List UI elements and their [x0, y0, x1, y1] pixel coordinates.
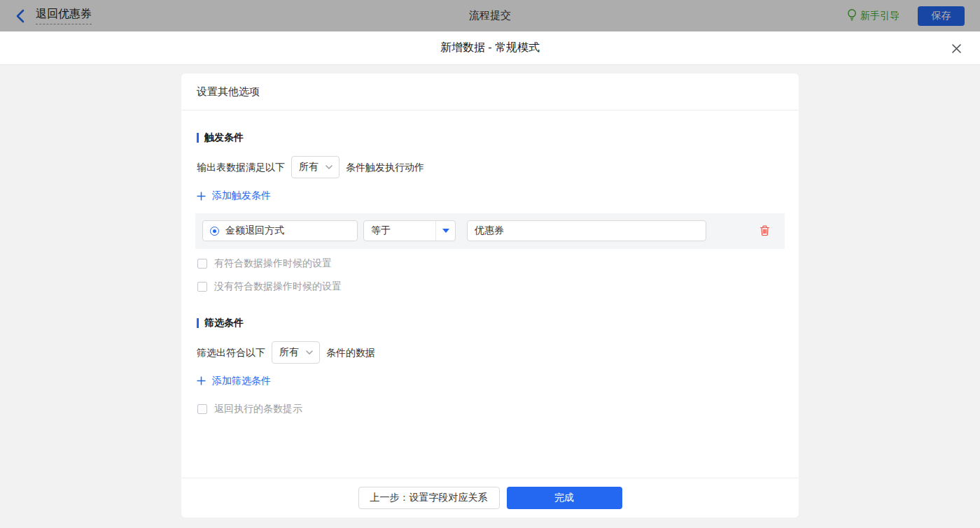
modal-dim-overlay [0, 0, 980, 31]
plus-icon [197, 192, 206, 201]
checkbox-icon[interactable] [197, 282, 207, 292]
chevron-down-icon [306, 350, 313, 355]
close-icon[interactable] [949, 41, 963, 55]
checkbox-icon[interactable] [197, 259, 207, 269]
options-card: 设置其他选项 触发条件 输出表数据满足以下 所有 条件触发执行动作 添加触发条件 [181, 73, 799, 518]
checkbox-count-tip[interactable]: 返回执行的条数提示 [197, 403, 783, 415]
filter-sentence: 筛选出符合以下 所有 条件的数据 [197, 341, 783, 364]
plus-icon [197, 376, 206, 385]
add-trigger-condition-link[interactable]: 添加触发条件 [197, 190, 271, 202]
caret-down-icon [442, 229, 449, 233]
card-header: 设置其他选项 [181, 73, 799, 110]
modal-body: 设置其他选项 触发条件 输出表数据满足以下 所有 条件触发执行动作 添加触发条件 [0, 65, 980, 528]
prev-step-button[interactable]: 上一步：设置字段对应关系 [358, 487, 500, 509]
condition-value-input[interactable] [467, 220, 706, 241]
trigger-sentence-suffix: 条件触发执行动作 [346, 156, 424, 178]
modal-header: 新增数据 - 常规模式 [0, 31, 980, 65]
condition-field-select[interactable]: 金额退回方式 [202, 220, 358, 241]
card-content: 触发条件 输出表数据满足以下 所有 条件触发执行动作 添加触发条件 金额退回方式 [181, 110, 799, 478]
filter-match-select[interactable]: 所有 [272, 341, 320, 364]
checkbox-has-match[interactable]: 有符合数据操作时候的设置 [197, 257, 783, 270]
trigger-sentence: 输出表数据满足以下 所有 条件触发执行动作 [197, 156, 783, 178]
filter-sentence-suffix: 条件的数据 [326, 341, 375, 364]
checkbox-no-match[interactable]: 没有符合数据操作时候的设置 [197, 280, 783, 293]
filter-sentence-prefix: 筛选出符合以下 [197, 341, 265, 364]
trigger-condition-row: 金额退回方式 等于 [195, 213, 785, 249]
checkbox-icon[interactable] [197, 404, 207, 414]
condition-operator-select[interactable]: 等于 [363, 220, 456, 241]
add-filter-condition-link[interactable]: 添加筛选条件 [197, 375, 271, 387]
trigger-match-select[interactable]: 所有 [291, 156, 340, 178]
trigger-section-title: 触发条件 [197, 131, 783, 144]
operator-caret-zone[interactable] [435, 221, 455, 241]
radio-field-icon [210, 227, 219, 236]
filter-section-title: 筛选条件 [197, 317, 783, 329]
chevron-down-icon [326, 165, 332, 169]
section-accent-bar [197, 133, 199, 143]
topbar: 退回优惠券 流程提交 新手引导 保存 [0, 0, 980, 31]
section-accent-bar [197, 318, 199, 328]
trigger-sentence-prefix: 输出表数据满足以下 [197, 156, 285, 178]
delete-condition-icon[interactable] [760, 225, 770, 236]
done-button[interactable]: 完成 [507, 487, 622, 509]
modal-title: 新增数据 - 常规模式 [440, 41, 540, 55]
card-footer: 上一步：设置字段对应关系 完成 [181, 478, 799, 518]
